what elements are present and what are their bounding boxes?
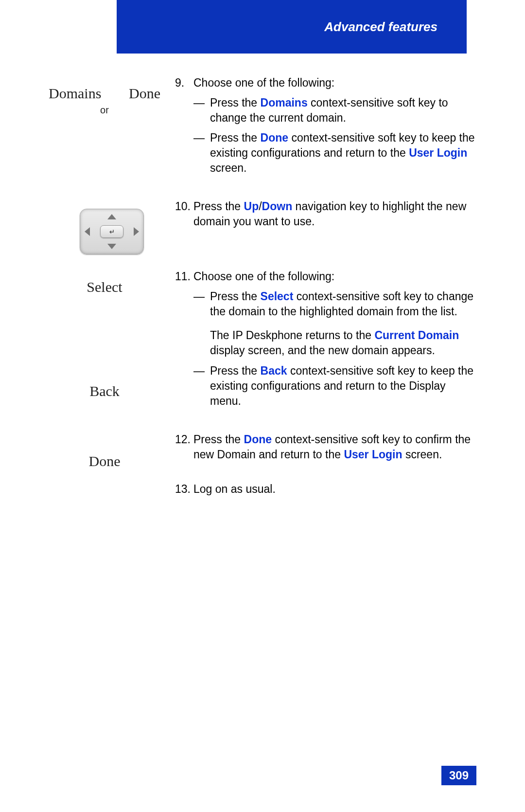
navigation-key-icon: ↵ (80, 209, 144, 254)
text: Press the (193, 433, 244, 446)
link-user-login2: User Login (344, 448, 402, 461)
dash-icon: — (193, 363, 210, 409)
page-content: Domains Done or 9. Choose one of the fol… (49, 75, 476, 511)
softkey-pair: Domains Done (49, 85, 160, 102)
text: display screen, and the new domain appea… (210, 344, 435, 357)
step-13-text: Log on as usual. (193, 483, 276, 495)
link-done: Done (261, 131, 289, 144)
text: screen. (402, 448, 442, 461)
step-11-lead: Choose one of the following: (193, 270, 334, 283)
arrow-right-icon (134, 227, 139, 236)
link-down: Down (262, 200, 293, 213)
text: Press the (210, 290, 261, 303)
dash-icon: — (193, 130, 210, 176)
softkey-select: Select (49, 279, 160, 295)
step-number: 13. (175, 482, 193, 497)
text: The IP Deskphone returns to the (210, 329, 374, 342)
dash-icon: — (193, 289, 210, 358)
link-current-domain: Current Domain (374, 329, 459, 342)
step-9-lead: Choose one of the following: (193, 76, 334, 89)
link-user-login: User Login (409, 146, 467, 159)
link-back: Back (261, 364, 287, 377)
softkey-col-11: Select Back Done (49, 269, 175, 502)
dash-icon: — (193, 95, 210, 126)
text: Press the (210, 131, 261, 144)
softkey-done: Done (129, 85, 160, 102)
step-number: 12. (175, 432, 193, 462)
softkey-done2: Done (49, 453, 160, 469)
step-9-row: Domains Done or 9. Choose one of the fol… (49, 75, 476, 184)
step-number: 9. (175, 75, 193, 180)
step-number: 10. (175, 199, 193, 229)
header-title: Advanced features (324, 19, 438, 35)
link-up: Up (244, 200, 259, 213)
step-11-row: Select Back Done 11. Choose one of the f… (49, 269, 476, 502)
softkey-col-9: Domains Done or (49, 75, 175, 184)
arrow-up-icon (107, 214, 116, 219)
or-label: or (49, 105, 160, 116)
step-11-text: 11. Choose one of the following: — Press… (175, 269, 476, 502)
link-select: Select (261, 290, 294, 303)
step-number: 11. (175, 269, 193, 412)
softkey-domains: Domains (49, 85, 101, 102)
step-10-text: 10. Press the Up/Down navigation key to … (175, 199, 476, 254)
arrow-left-icon (85, 227, 90, 236)
arrow-down-icon (107, 244, 116, 249)
link-domains: Domains (261, 96, 308, 109)
step-10-row: ↵ 10. Press the Up/Down navigation key t… (49, 199, 476, 254)
enter-key-icon: ↵ (100, 225, 123, 238)
page-header: Advanced features (117, 0, 467, 54)
text: Press the (193, 200, 244, 213)
link-done2: Done (244, 433, 272, 446)
text: Press the (210, 364, 261, 377)
step-9-text: 9. Choose one of the following: — Press … (175, 75, 476, 184)
softkey-back: Back (49, 383, 160, 399)
text: Press the (210, 96, 261, 109)
page-number: 309 (441, 766, 476, 785)
text: screen. (210, 162, 246, 174)
navkey-col: ↵ (49, 199, 175, 254)
